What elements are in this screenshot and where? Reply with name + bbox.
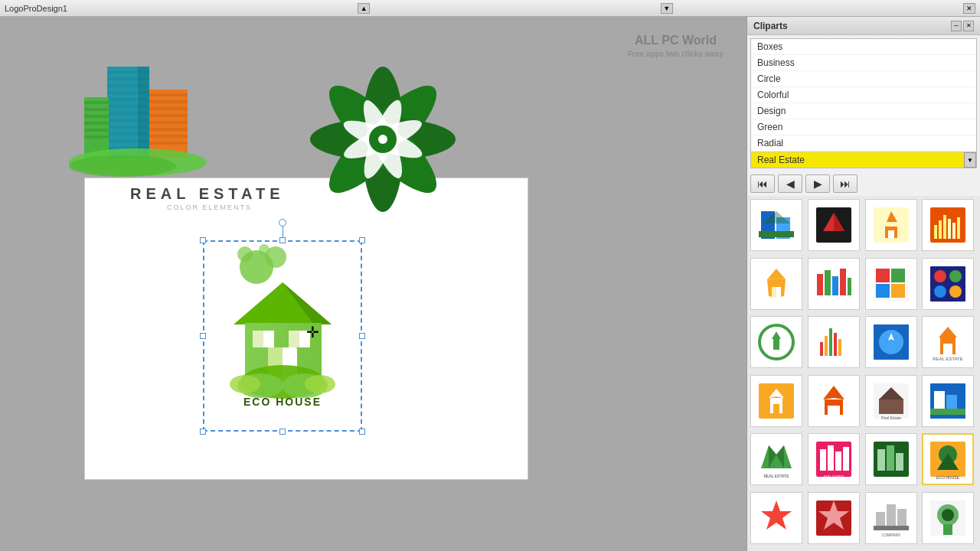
svg-rect-25 — [84, 108, 109, 111]
canvas-area[interactable]: ALL PC World Free apps two clicks away — [0, 17, 746, 551]
card-title: REAL ESTATE — [130, 185, 285, 203]
clipart-item-17[interactable]: REAL ESTATE — [750, 433, 802, 485]
svg-rect-27 — [84, 122, 109, 125]
svg-rect-87 — [840, 269, 846, 295]
svg-point-95 — [934, 270, 946, 282]
handle-bot-mid[interactable] — [279, 429, 286, 435]
svg-marker-147 — [761, 500, 792, 530]
svg-rect-79 — [957, 217, 960, 239]
svg-marker-100 — [772, 331, 781, 339]
category-real-estate-row: Real Estate ▼ — [751, 152, 976, 168]
move-cursor: ✛ — [306, 323, 319, 341]
clipart-item-14[interactable] — [808, 375, 860, 427]
minimize-button[interactable]: ▲ — [358, 3, 370, 14]
rotate-handle[interactable] — [279, 219, 286, 227]
svg-rect-28 — [84, 129, 109, 132]
category-design[interactable]: Design — [751, 103, 976, 119]
clipart-item-3[interactable] — [865, 199, 917, 251]
clipart-item-9[interactable] — [750, 316, 802, 368]
svg-rect-93 — [891, 284, 905, 298]
svg-rect-22 — [149, 142, 188, 145]
svg-rect-141 — [887, 445, 894, 471]
handle-top-mid[interactable] — [279, 237, 286, 243]
category-colorful[interactable]: Colorful — [751, 87, 976, 103]
title-bar: LogoProDesign1 ▲ ▼ ✕ — [0, 0, 980, 17]
close-button[interactable]: ✕ — [963, 3, 975, 14]
svg-rect-74 — [934, 225, 937, 239]
svg-rect-128 — [930, 409, 965, 415]
nav-prev-btn[interactable]: ◀ — [778, 174, 802, 193]
clipart-item-12[interactable]: REAL ESTATE — [922, 316, 974, 368]
svg-point-96 — [949, 270, 962, 282]
eco-house-selection[interactable]: ECO HOUSE — [203, 240, 362, 432]
clipart-item-21[interactable] — [750, 492, 802, 544]
category-radial[interactable]: Radial — [751, 135, 976, 152]
svg-point-60 — [230, 375, 260, 393]
svg-rect-21 — [149, 135, 188, 138]
svg-rect-126 — [934, 391, 945, 411]
clipart-grid: REAL ESTATE Real Estate REAL ESTATE REAL… — [747, 196, 980, 551]
svg-point-45 — [237, 246, 253, 262]
svg-rect-142 — [896, 453, 903, 471]
handle-top-left[interactable] — [200, 237, 206, 243]
rotate-line — [283, 227, 283, 237]
svg-rect-83 — [772, 287, 776, 298]
clipart-item-20[interactable]: ECO HOUSE — [922, 433, 974, 485]
svg-rect-72 — [888, 230, 894, 238]
clipart-item-13[interactable] — [750, 375, 802, 427]
svg-rect-151 — [887, 504, 896, 529]
svg-rect-23 — [84, 97, 109, 158]
category-dropdown-arrow[interactable]: ▼ — [964, 152, 976, 168]
handle-mid-right[interactable] — [359, 333, 365, 339]
clipart-item-5[interactable] — [750, 258, 802, 310]
clipart-item-2[interactable] — [808, 199, 860, 251]
clipart-item-10[interactable] — [808, 316, 860, 368]
handle-bot-left[interactable] — [200, 429, 206, 435]
svg-marker-129 — [761, 445, 792, 468]
clipart-item-6[interactable] — [808, 258, 860, 310]
svg-rect-18 — [149, 114, 188, 117]
handle-top-right[interactable] — [359, 237, 365, 243]
clipart-item-23[interactable]: COMPANY — [865, 492, 917, 544]
clipart-item-18[interactable]: REAL ESTATE — [808, 433, 860, 485]
main-layout: ALL PC World Free apps two clicks away — [0, 17, 980, 551]
restore-button[interactable]: ▼ — [661, 3, 673, 14]
svg-point-97 — [934, 285, 946, 298]
svg-point-157 — [942, 509, 954, 521]
svg-text:Real Estate: Real Estate — [881, 416, 901, 420]
category-green[interactable]: Green — [751, 119, 976, 135]
nav-next-btn[interactable]: ▶ — [805, 174, 830, 193]
category-business[interactable]: Business — [751, 55, 976, 71]
clipart-item-4[interactable] — [922, 199, 974, 251]
category-circle[interactable]: Circle — [751, 71, 976, 87]
clipart-item-15[interactable]: Real Estate — [865, 375, 917, 427]
clipart-item-1[interactable] — [750, 199, 802, 251]
svg-rect-104 — [829, 328, 832, 356]
clipart-item-24[interactable] — [922, 492, 974, 544]
star-logo — [276, 24, 490, 256]
handle-bot-right[interactable] — [359, 429, 365, 435]
svg-rect-84 — [817, 274, 823, 295]
real-estate-logo — [46, 28, 245, 184]
handle-mid-left[interactable] — [200, 333, 206, 339]
sidebar: Cliparts ─ ✕ Boxes Business Circle Color… — [746, 17, 980, 551]
clipart-item-16[interactable] — [922, 375, 974, 427]
category-real-estate[interactable]: Real Estate — [751, 152, 964, 168]
svg-rect-102 — [820, 342, 823, 356]
svg-rect-19 — [149, 121, 188, 124]
clipart-item-7[interactable] — [865, 258, 917, 310]
sidebar-close-btn[interactable]: ✕ — [963, 21, 974, 31]
category-boxes[interactable]: Boxes — [751, 39, 976, 55]
svg-rect-134 — [820, 449, 826, 471]
clipart-item-19[interactable] — [865, 433, 917, 485]
clipart-item-8[interactable] — [922, 258, 974, 310]
svg-rect-91 — [891, 269, 905, 282]
sidebar-minimize-btn[interactable]: ─ — [951, 21, 962, 31]
svg-rect-120 — [828, 406, 840, 415]
svg-text:ECO HOUSE: ECO HOUSE — [243, 396, 322, 408]
svg-rect-16 — [149, 100, 188, 103]
clipart-item-22[interactable] — [808, 492, 860, 544]
clipart-item-11[interactable] — [865, 316, 917, 368]
nav-last-btn[interactable]: ⏭ — [833, 174, 858, 193]
nav-first-btn[interactable]: ⏮ — [750, 174, 775, 193]
